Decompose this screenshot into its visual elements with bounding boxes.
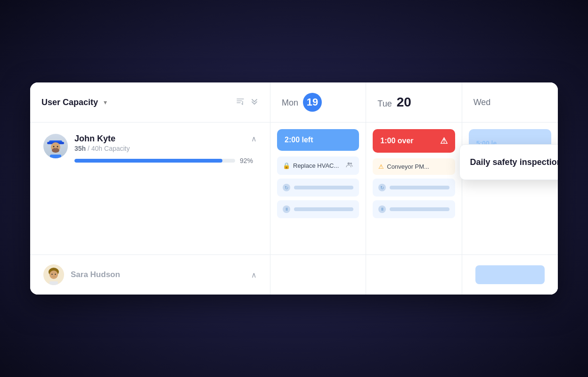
john-kyte-cell: John Kyte ∧ 35h / 40h Capacity 92% — [30, 123, 270, 254]
svg-point-15 — [49, 270, 58, 279]
tue-placeholder-bar-2 — [390, 207, 449, 211]
svg-point-6 — [52, 148, 59, 153]
lock-icon: 🔒 — [283, 162, 290, 169]
tue-day-number: 20 — [397, 95, 411, 110]
sara-tue-cell — [366, 255, 462, 295]
mon-day-number: 19 — [303, 93, 322, 112]
mon-placeholder-1: ↻ — [277, 179, 359, 197]
sara-mon-cell — [270, 255, 366, 295]
sara-hudson-avatar — [43, 264, 64, 285]
john-kyte-details: John Kyte ∧ 35h / 40h Capacity 92% — [74, 134, 257, 164]
tue-placeholder-1: ↻ — [373, 179, 455, 197]
mon-capacity-badge[interactable]: 2:00 left — [277, 129, 359, 151]
warning-triangle-icon: ⚠ — [440, 136, 448, 146]
svg-point-17 — [55, 274, 56, 275]
pause-icon: ⏸ — [283, 205, 290, 213]
header-icons — [236, 97, 259, 107]
progress-bar-fill — [74, 159, 222, 163]
svg-rect-10 — [50, 155, 61, 158]
sara-collapse-button[interactable]: ∧ — [251, 270, 257, 279]
tooltip-text: Daily safety inspection — [470, 157, 558, 167]
svg-point-8 — [57, 146, 58, 148]
wo-team-icon — [346, 161, 353, 170]
mon-badge-text: 2:00 left — [285, 136, 313, 144]
john-kyte-hours: 35h / 40h Capacity — [74, 145, 257, 152]
wo-hvac-text: Replace HVAC... — [293, 162, 343, 169]
daily-safety-tooltip: Daily safety inspection — [459, 144, 558, 180]
john-kyte-progress: 92% — [74, 157, 257, 164]
progress-bar-bg — [74, 159, 235, 163]
john-kyte-name: John Kyte — [74, 134, 115, 144]
wed-header: Wed — [462, 82, 558, 122]
calendar-header: User Capacity ▾ — [30, 82, 558, 123]
sara-wed-cell — [462, 255, 558, 295]
svg-point-16 — [51, 274, 52, 275]
john-kyte-avatar — [43, 134, 68, 158]
tue-capacity-badge[interactable]: 1:00 over ⚠ — [373, 129, 455, 153]
svg-rect-18 — [49, 281, 58, 285]
john-wed-cell: 5:00 le... ⚠ Truck In... — [462, 123, 558, 254]
user-capacity-header: User Capacity ▾ — [30, 82, 270, 122]
sara-hudson-name: Sara Hudson — [71, 270, 120, 279]
svg-point-11 — [348, 163, 350, 165]
header-title: User Capacity — [41, 98, 98, 107]
progress-pct-label: 92% — [240, 157, 257, 164]
svg-point-7 — [53, 146, 55, 148]
wed-day-name: Wed — [474, 98, 491, 107]
sara-hudson-cell: Sara Hudson ∧ — [30, 255, 270, 295]
pause-icon-2: ⏸ — [378, 205, 386, 213]
john-mon-cell: 2:00 left 🔒 Replace HVAC... ↻ — [270, 123, 366, 254]
tue-header: Tue 20 — [366, 82, 462, 122]
sara-hudson-row: Sara Hudson ∧ — [30, 255, 558, 295]
sort-icon[interactable] — [236, 97, 245, 107]
john-kyte-row: John Kyte ∧ 35h / 40h Capacity 92% — [30, 123, 558, 255]
hvac-work-order[interactable]: 🔒 Replace HVAC... — [277, 156, 359, 175]
conveyor-work-order[interactable]: ⚠ Conveyor PM... — [373, 158, 455, 175]
tue-placeholder-2: ⏸ — [373, 200, 455, 218]
tue-badge-text: 1:00 over — [380, 137, 413, 145]
mon-placeholder-2: ⏸ — [277, 200, 359, 218]
refresh-icon: ↻ — [283, 184, 290, 191]
wo-conveyor-text: Conveyor PM... — [387, 163, 449, 170]
placeholder-bar-1 — [294, 186, 353, 189]
placeholder-bar-2 — [294, 207, 353, 211]
collapse-all-icon[interactable] — [250, 97, 259, 107]
mon-day-name: Mon — [282, 98, 298, 108]
conveyor-icon: ⚠ — [378, 163, 384, 170]
svg-point-12 — [350, 163, 352, 164]
svg-point-9 — [55, 148, 57, 148]
refresh-icon-2: ↻ — [378, 184, 386, 191]
chevron-down-icon[interactable]: ▾ — [104, 98, 107, 106]
john-kyte-collapse-button[interactable]: ∧ — [251, 134, 257, 143]
mon-header: Mon 19 — [270, 82, 366, 122]
tue-day-name: Tue — [377, 99, 392, 109]
john-tue-cell: 1:00 over ⚠ ⚠ Conveyor PM... ↻ ⏸ Daily s… — [366, 123, 462, 254]
tue-placeholder-bar-1 — [390, 186, 449, 189]
